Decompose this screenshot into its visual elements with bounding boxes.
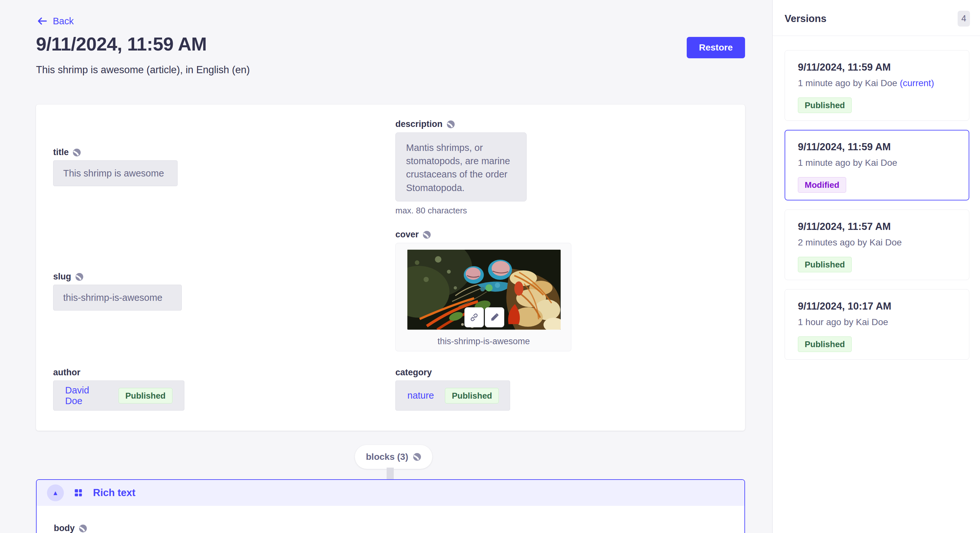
version-meta-text: 2 minutes ago by Kai Doe xyxy=(798,237,902,247)
category-relation-link[interactable]: nature xyxy=(407,390,434,401)
version-meta: 1 minute ago by Kai Doe (current) xyxy=(798,78,956,89)
copy-link-button[interactable] xyxy=(465,307,484,327)
author-relation-link[interactable]: David Doe xyxy=(65,385,108,406)
link-icon xyxy=(469,313,479,322)
version-date: 9/11/2024, 11:59 AM xyxy=(798,62,956,73)
version-card[interactable]: 9/11/2024, 11:59 AM 1 minute ago by Kai … xyxy=(784,130,969,200)
versions-count-badge: 4 xyxy=(958,11,970,27)
globe-icon xyxy=(79,524,87,533)
page-subtitle: This shrimp is awesome (article), in Eng… xyxy=(36,64,250,76)
version-meta: 1 hour ago by Kai Doe xyxy=(798,317,956,327)
description-textarea: Mantis shrimps, or stomatopods, are mari… xyxy=(395,132,527,201)
component-grid-icon xyxy=(73,488,83,498)
versions-title: Versions xyxy=(784,13,826,25)
blocks-connector xyxy=(387,468,394,480)
globe-icon xyxy=(75,273,84,281)
cover-media-field: this-shrimp-is-awesome xyxy=(395,243,571,351)
author-relation-field: David Doe Published xyxy=(53,381,185,411)
category-status-badge: Published xyxy=(445,388,499,403)
arrow-left-icon xyxy=(37,16,48,27)
version-meta-text: 1 minute ago by Kai Doe xyxy=(798,158,897,168)
author-label: author xyxy=(53,368,80,378)
globe-icon xyxy=(73,148,81,157)
version-list: 9/11/2024, 11:59 AM 1 minute ago by Kai … xyxy=(784,50,969,360)
rich-text-block-title: Rich text xyxy=(93,487,135,499)
version-date: 9/11/2024, 11:59 AM xyxy=(798,141,956,153)
title-label: title xyxy=(53,148,81,157)
category-label: category xyxy=(395,368,432,378)
cover-label: cover xyxy=(395,230,431,240)
version-meta: 2 minutes ago by Kai Doe xyxy=(798,237,956,248)
cover-actions xyxy=(465,307,504,327)
cover-caption: this-shrimp-is-awesome xyxy=(396,336,572,346)
globe-icon xyxy=(423,230,431,239)
version-status-badge: Published xyxy=(798,257,852,272)
cover-image xyxy=(407,250,561,330)
rich-text-block-header[interactable]: ▲ Rich text xyxy=(37,480,745,506)
version-meta: 1 minute ago by Kai Doe xyxy=(798,158,956,168)
page-title: 9/11/2024, 11:59 AM xyxy=(36,33,207,55)
description-label: description xyxy=(395,119,455,129)
version-card[interactable]: 9/11/2024, 11:59 AM 1 minute ago by Kai … xyxy=(784,50,969,121)
restore-button[interactable]: Restore xyxy=(687,37,745,58)
version-date: 9/11/2024, 11:57 AM xyxy=(798,221,956,233)
category-relation-field: nature Published xyxy=(395,381,510,411)
back-label: Back xyxy=(53,16,73,27)
globe-icon xyxy=(447,120,455,128)
pencil-icon xyxy=(490,313,500,322)
version-card[interactable]: 9/11/2024, 10:17 AM 1 hour ago by Kai Do… xyxy=(784,289,969,360)
version-meta-text: 1 minute ago by Kai Doe xyxy=(798,78,900,88)
rich-text-block: ▲ Rich text body xyxy=(36,479,745,533)
version-status-badge: Published xyxy=(798,97,852,113)
author-status-badge: Published xyxy=(119,388,172,403)
slug-label: slug xyxy=(53,272,84,282)
version-current-link[interactable]: (current) xyxy=(900,78,934,88)
slug-input: this-shrimp-is-awesome xyxy=(53,285,182,311)
back-link[interactable]: Back xyxy=(37,16,73,27)
versions-sidebar: Versions 4 9/11/2024, 11:59 AM 1 minute … xyxy=(772,0,980,533)
version-card[interactable]: 9/11/2024, 11:57 AM 2 minutes ago by Kai… xyxy=(784,209,969,280)
edit-media-button[interactable] xyxy=(485,307,504,327)
version-status-badge: Published xyxy=(798,336,852,352)
body-field-label: body xyxy=(54,523,87,533)
triangle-up-icon: ▲ xyxy=(52,489,59,497)
version-date: 9/11/2024, 10:17 AM xyxy=(798,300,956,312)
blocks-zone-pill: blocks (3) xyxy=(355,445,432,469)
version-meta-text: 1 hour ago by Kai Doe xyxy=(798,317,888,327)
version-status-badge: Modified xyxy=(798,177,846,193)
blocks-zone-label: blocks (3) xyxy=(366,452,408,462)
version-content-card: description Mantis shrimps, or stomatopo… xyxy=(36,105,745,431)
sidebar-divider xyxy=(773,36,980,36)
globe-icon xyxy=(413,453,421,461)
collapse-block-button[interactable]: ▲ xyxy=(47,484,64,501)
description-hint: max. 80 characters xyxy=(395,206,467,216)
history-page: Back 9/11/2024, 11:59 AM This shrimp is … xyxy=(0,0,980,533)
title-input: This shrimp is awesome xyxy=(53,160,178,186)
